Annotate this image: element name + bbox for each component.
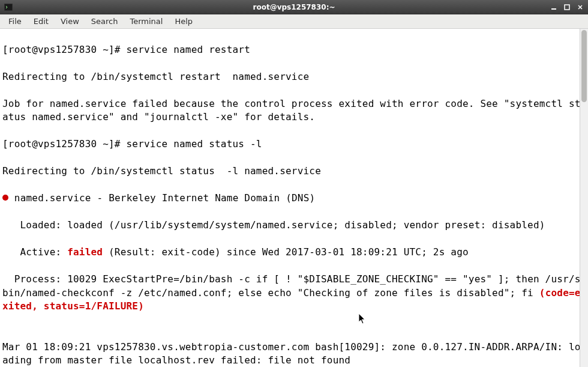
terminal-area[interactable]: [root@vps1257830 ~]# service named resta… [0,29,588,367]
menu-file[interactable]: File [2,16,28,27]
minimize-button[interactable] [548,2,559,12]
menu-terminal[interactable]: Terminal [124,16,169,27]
scrollbar-thumb[interactable] [581,30,587,102]
process-line: Process: 10029 ExecStartPre=/bin/bash -c… [2,273,586,314]
menu-bar: File Edit View Search Terminal Help [0,14,588,29]
menu-view[interactable]: View [55,16,85,27]
active-suffix: (Result: exit-code) since Wed 2017-03-01… [103,246,469,258]
window-controls [548,2,586,12]
log-line-1: Mar 01 18:09:21 vps1257830.vs.webtropia-… [2,341,586,368]
loaded-line: Loaded: loaded (/usr/lib/systemd/system/… [2,219,586,232]
active-prefix: Active: [2,246,67,258]
window-title: root@vps1257830:~ [253,3,335,11]
window-titlebar: root@vps1257830:~ [0,0,588,14]
command-1: service named restart [127,44,251,55]
service-header: named.service - Berkeley Internet Name D… [2,192,586,205]
prompt: [root@vps1257830 ~]# [2,44,127,55]
scrollbar[interactable] [580,29,588,367]
output-redirect-1: Redirecting to /bin/systemctl restart na… [2,70,586,84]
active-status: failed [67,246,103,258]
svg-rect-2 [551,8,556,10]
command-2: service named status -l [127,138,262,150]
process-text: Process: 10029 ExecStartPre=/bin/bash -c… [2,273,581,299]
svg-rect-1 [5,4,12,10]
output-redirect-2: Redirecting to /bin/systemctl status -l … [2,165,586,178]
active-line: Active: failed (Result: exit-code) since… [2,246,586,259]
svg-rect-3 [565,5,569,10]
close-button[interactable] [575,2,586,12]
menu-edit[interactable]: Edit [28,16,55,27]
output-error-1: Job for named.service failed because the… [2,97,586,124]
maximize-button[interactable] [562,2,572,12]
menu-search[interactable]: Search [85,16,124,27]
service-name-line: named.service - Berkeley Internet Name D… [8,192,315,204]
status-dot-icon [2,195,8,201]
prompt-line-2: [root@vps1257830 ~]# service named statu… [2,138,586,151]
terminal-output[interactable]: [root@vps1257830 ~]# service named resta… [0,29,588,367]
terminal-app-icon [4,2,13,12]
menu-help[interactable]: Help [169,16,199,27]
prompt: [root@vps1257830 ~]# [2,138,127,150]
prompt-line-1: [root@vps1257830 ~]# service named resta… [2,43,586,57]
